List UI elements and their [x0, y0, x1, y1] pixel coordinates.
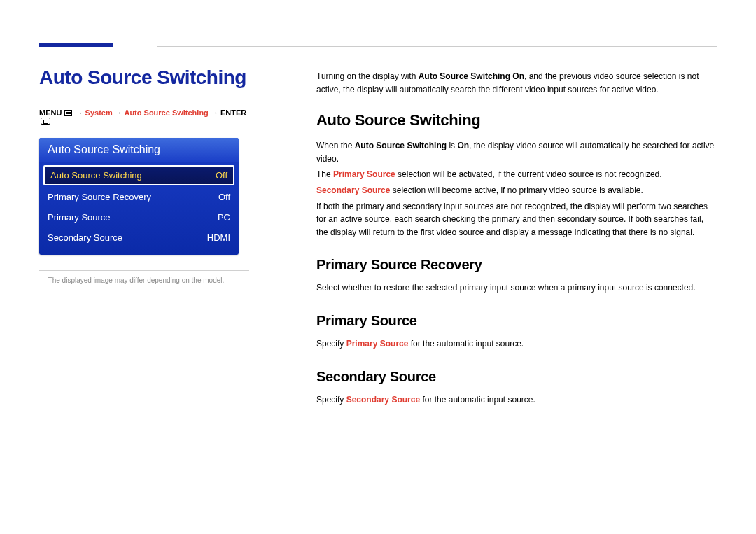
- text: for the automatic input source.: [420, 395, 536, 405]
- text-bold: Auto Source Switching On: [419, 71, 524, 81]
- osd-row[interactable]: Secondary SourceHDMI: [39, 227, 239, 248]
- osd-row-value: Off: [218, 192, 230, 202]
- paragraph: If both the primary and secondary input …: [316, 200, 717, 239]
- osd-row-value: Off: [216, 170, 227, 181]
- breadcrumb-menu: MENU: [39, 108, 62, 117]
- text-highlight: Secondary Source: [316, 185, 390, 195]
- breadcrumb-enter: ENTER: [220, 108, 246, 117]
- paragraph: Specify Primary Source for the automatic…: [316, 337, 717, 351]
- osd-row[interactable]: Auto Source SwitchingOff: [43, 165, 234, 185]
- heading-auto-source-switching: Auto Source Switching: [316, 108, 717, 132]
- text: Specify: [316, 339, 346, 349]
- text: Specify: [316, 395, 346, 405]
- right-column: Turning on the display with Auto Source …: [316, 70, 717, 409]
- osd-panel: Auto Source Switching Auto Source Switch…: [39, 138, 239, 255]
- osd-panel-header: Auto Source Switching: [39, 138, 239, 162]
- intro-paragraph: Turning on the display with Auto Source …: [316, 70, 717, 96]
- osd-row-label: Secondary Source: [48, 232, 122, 243]
- breadcrumb-arrow: →: [115, 108, 122, 117]
- text-highlight: Primary Source: [346, 339, 409, 349]
- text: Turning on the display with: [316, 71, 419, 81]
- paragraph: The Primary Source selection will be act…: [316, 168, 717, 181]
- text: The: [316, 169, 333, 179]
- osd-row-label: Auto Source Switching: [50, 170, 142, 181]
- paragraph: Select whether to restore the selected p…: [316, 281, 717, 295]
- text: When the: [316, 141, 355, 150]
- breadcrumb-item: Auto Source Switching: [124, 108, 208, 117]
- text: for the automatic input source.: [408, 339, 524, 349]
- footnote-divider: [39, 270, 249, 271]
- text-highlight: Secondary Source: [346, 395, 420, 405]
- footnote: The displayed image may differ depending…: [39, 276, 249, 284]
- heading-primary-source: Primary Source: [316, 310, 717, 332]
- left-column: Auto Source Switching MENU → System → Au…: [39, 66, 249, 284]
- osd-row-label: Primary Source Recovery: [48, 192, 151, 202]
- heading-primary-source-recovery: Primary Source Recovery: [316, 254, 717, 276]
- page-title: Auto Source Switching: [39, 66, 249, 89]
- osd-row-value: HDMI: [207, 232, 230, 243]
- text-bold: Auto Source Switching: [355, 141, 447, 150]
- paragraph: Secondary Source selection will become a…: [316, 184, 717, 197]
- breadcrumb-system: System: [85, 108, 113, 117]
- osd-row[interactable]: Primary Source RecoveryOff: [39, 187, 239, 207]
- breadcrumb: MENU → System → Auto Source Switching → …: [39, 108, 249, 125]
- text: selection will be activated, if the curr…: [396, 169, 662, 179]
- heading-secondary-source: Secondary Source: [316, 366, 717, 388]
- osd-row[interactable]: Primary SourcePC: [39, 207, 239, 227]
- breadcrumb-arrow: →: [211, 108, 218, 117]
- breadcrumb-arrow: →: [76, 108, 83, 117]
- text-highlight: Primary Source: [333, 169, 396, 179]
- header-divider: [158, 46, 717, 47]
- osd-row-value: PC: [218, 212, 230, 223]
- paragraph: Specify Secondary Source for the automat…: [316, 393, 717, 407]
- header-accent-bar: [39, 43, 113, 47]
- paragraph: When the Auto Source Switching is On, th…: [316, 139, 717, 165]
- text-bold: On: [457, 141, 469, 150]
- menu-icon: [64, 110, 72, 116]
- text: selection will become active, if no prim…: [390, 185, 643, 195]
- osd-row-label: Primary Source: [48, 212, 111, 223]
- enter-icon: [41, 118, 50, 125]
- text: is: [447, 141, 457, 150]
